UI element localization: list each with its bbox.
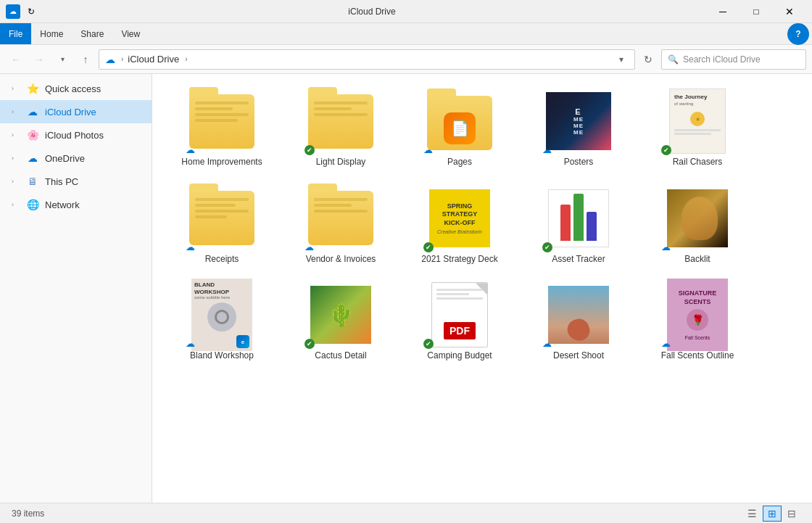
sync-icon: ✔ (423, 339, 434, 349)
menu-home[interactable]: Home (31, 23, 72, 44)
file-thumbnail: ☁ (186, 88, 258, 154)
forward-button[interactable]: → (29, 49, 49, 70)
this-pc-icon: 🖥 (26, 176, 39, 187)
large-view-button[interactable]: ⊟ (783, 506, 800, 522)
expand-icon: › (12, 85, 20, 92)
address-chevron: › (185, 55, 187, 63)
sync-icon: ✔ (661, 145, 671, 155)
file-item-home-improvements[interactable]: ☁ Home Improvements (164, 83, 280, 174)
sidebar-item-icloud-photos[interactable]: › 🌸 iCloud Photos (0, 123, 152, 147)
backlit-thumbnail (667, 189, 728, 247)
expand-icon: › (12, 201, 20, 208)
sidebar-item-onedrive[interactable]: › ☁ OneDrive (0, 147, 152, 170)
file-thumbnail: ✔ (304, 88, 377, 154)
file-thumbnail: PDF ✔ (423, 282, 496, 347)
statusbar: 39 items ☰ ⊞ ⊟ (152, 503, 812, 523)
address-separator: › (121, 55, 123, 63)
file-name: Vendor & Invoices (306, 254, 376, 265)
sync-icon: ☁ (542, 144, 552, 155)
file-name: Camping Budget (427, 350, 492, 362)
file-item-bland-workshop[interactable]: BLAND WORKSHOP some subtitle here e ☁ Bl… (164, 276, 280, 368)
pdf-badge: PDF (444, 322, 476, 339)
file-name: Backlit (684, 254, 710, 265)
file-name: Light Display (316, 157, 366, 168)
sidebar-item-quick-access[interactable]: › ⭐ Quick access (0, 77, 152, 100)
search-placeholder: Search iCloud Drive (683, 54, 761, 65)
menu-view[interactable]: View (112, 23, 149, 44)
folder-icon (308, 191, 373, 245)
folder-icon (308, 94, 373, 149)
file-thumbnail: E ME ME ME ☁ (542, 88, 615, 154)
folder-icon (189, 94, 254, 149)
asset-tracker-thumbnail (548, 189, 609, 247)
main-layout: › ⭐ Quick access › ☁ iCloud Drive › 🌸 iC… (0, 74, 812, 523)
menu-file[interactable]: File (0, 23, 31, 44)
file-thumbnail: ☁ (661, 186, 734, 251)
sync-icon: ☁ (186, 338, 195, 349)
refresh-button[interactable]: ↻ (638, 49, 658, 70)
list-view-button[interactable]: ☰ (743, 506, 761, 522)
file-item-rail-chasers[interactable]: the Journey of starting ★ ✔ Rail Chasers (639, 83, 755, 174)
file-item-camping-budget[interactable]: PDF ✔ Camping Budget (402, 276, 518, 368)
sidebar-item-this-pc[interactable]: › 🖥 This PC (0, 170, 152, 193)
sidebar-item-label: iCloud Photos (45, 130, 104, 141)
sidebar-item-network[interactable]: › 🌐 Network (0, 193, 152, 216)
sync-icon: ☁ (661, 338, 671, 349)
sync-icon: ☁ (304, 242, 314, 252)
minimize-button[interactable]: ─ (706, 0, 740, 23)
file-name: Cactus Detail (315, 350, 366, 362)
detail-view-button[interactable]: ⊞ (763, 506, 782, 522)
quick-access-toolbar: ↻ (25, 5, 38, 18)
file-item-pages[interactable]: 📄 ☁ Pages (402, 83, 518, 174)
file-name: Receipts (205, 254, 239, 265)
file-item-strategy-deck[interactable]: SPRING STRATEGY KICK-OFF Creative Brains… (402, 180, 518, 271)
file-item-desert-shoot[interactable]: ☁ Desert Shoot (521, 276, 637, 368)
file-item-vendor-invoices[interactable]: ☁ Vendor & Invoices (283, 180, 399, 271)
sync-icon: ☁ (186, 144, 195, 155)
address-box: ☁ › iCloud Drive › ▾ (99, 49, 635, 70)
sidebar-item-icloud-drive[interactable]: › ☁ iCloud Drive (0, 100, 152, 123)
files-grid: ☁ Home Improvements ✔ Light Disp (164, 83, 800, 368)
sync-icon: ☁ (542, 338, 552, 349)
sync-icon: ☁ (661, 242, 671, 252)
file-name: Rail Chasers (673, 157, 723, 168)
address-dropdown-button[interactable]: ▾ (614, 54, 629, 65)
network-icon: 🌐 (26, 199, 39, 210)
back-button[interactable]: ← (6, 49, 26, 70)
pdf-icon: PDF (431, 282, 488, 347)
toolbar-btn[interactable]: ↻ (25, 5, 38, 18)
file-thumbnail: 📄 ☁ (423, 88, 496, 154)
file-item-posters[interactable]: E ME ME ME ☁ Posters (521, 83, 637, 174)
window-title: iCloud Drive (42, 7, 702, 17)
content-area: ☁ Home Improvements ✔ Light Disp (152, 74, 812, 523)
icloud-photos-icon: 🌸 (26, 129, 39, 141)
menu-share[interactable]: Share (72, 23, 112, 44)
file-thumbnail: SPRING STRATEGY KICK-OFF Creative Brains… (423, 186, 496, 251)
expand-icon: › (12, 131, 20, 139)
file-item-receipts[interactable]: ☁ Receipts (164, 180, 280, 271)
sync-icon: ☁ (186, 242, 195, 252)
file-name: Desert Shoot (553, 350, 604, 362)
maximize-button[interactable]: □ (740, 0, 773, 23)
expand-icon: › (12, 155, 20, 162)
sidebar-item-label: OneDrive (45, 153, 85, 164)
file-item-asset-tracker[interactable]: ✔ Asset Tracker (521, 180, 637, 271)
file-item-cactus-detail[interactable]: 🌵 ✔ Cactus Detail (283, 276, 399, 368)
file-name: Asset Tracker (552, 254, 605, 265)
file-thumbnail: ☁ (186, 186, 258, 251)
icloud-drive-icon: ☁ (26, 106, 39, 118)
file-name: Posters (564, 157, 594, 168)
titlebar: ☁ ↻ iCloud Drive ─ □ ✕ (0, 0, 812, 23)
search-icon: 🔍 (668, 54, 679, 65)
help-button[interactable]: ? (787, 23, 809, 45)
sync-icon: ✔ (304, 145, 315, 155)
file-item-backlit[interactable]: ☁ Backlit (639, 180, 755, 271)
sidebar-item-label: iCloud Drive (45, 107, 96, 118)
search-box[interactable]: 🔍 Search iCloud Drive (661, 49, 806, 70)
close-button[interactable]: ✕ (773, 0, 806, 23)
file-item-fall-scents[interactable]: SIGNATURE SCENTS 🌹 Fall Scents ☁ Fall Sc… (639, 276, 755, 368)
up-button[interactable]: ↑ (75, 49, 96, 70)
recent-locations-button[interactable]: ▾ (52, 49, 72, 70)
file-item-light-display[interactable]: ✔ Light Display (283, 83, 399, 174)
sidebar-item-label: This PC (45, 176, 78, 187)
